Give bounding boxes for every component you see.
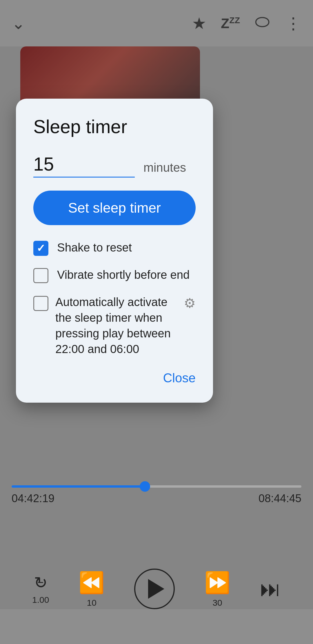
- set-sleep-timer-button[interactable]: Set sleep timer: [33, 191, 196, 225]
- rewind-icon: ⏪: [79, 570, 105, 595]
- minutes-input[interactable]: [33, 153, 135, 178]
- auto-activate-label: Automatically activate the sleep timer w…: [55, 294, 175, 357]
- playback-controls: ↻ 1.00 ⏪ 10 ⏩ 30 ⏭: [0, 569, 313, 609]
- next-track-button[interactable]: ⏭: [260, 577, 281, 601]
- vibrate-row: Vibrate shortly before end: [33, 267, 196, 283]
- repeat-icon: ↻: [34, 573, 48, 592]
- rewind-label: 10: [87, 598, 97, 608]
- progress-thumb: [140, 481, 150, 492]
- shake-to-reset-label: Shake to reset: [57, 240, 132, 255]
- time-row: 04:42:19 08:44:45: [12, 492, 301, 505]
- progress-area: 04:42:19 08:44:45: [0, 485, 313, 505]
- total-time: 08:44:45: [259, 492, 301, 505]
- shake-to-reset-checkbox[interactable]: ✓: [33, 241, 48, 256]
- minutes-input-row: minutes: [33, 153, 196, 178]
- progress-fill: [12, 485, 145, 488]
- close-button-row: Close: [33, 368, 196, 388]
- speed-label: 1.00: [32, 595, 49, 605]
- auto-activate-checkbox[interactable]: [33, 296, 48, 311]
- rewind-button[interactable]: ⏪ 10: [79, 570, 105, 608]
- settings-gear-icon[interactable]: ⚙: [184, 295, 196, 311]
- checkmark-icon: ✓: [37, 243, 45, 254]
- next-icon: ⏭: [260, 577, 281, 601]
- current-time: 04:42:19: [12, 492, 54, 505]
- vibrate-checkbox[interactable]: [33, 268, 48, 283]
- progress-track[interactable]: [12, 485, 301, 488]
- forward-label: 30: [212, 598, 222, 608]
- minutes-label: minutes: [143, 161, 186, 178]
- play-button[interactable]: [134, 569, 175, 609]
- forward-button[interactable]: ⏩ 30: [204, 570, 230, 608]
- sleep-timer-modal: Sleep timer minutes Set sleep timer ✓ Sh…: [16, 99, 213, 403]
- modal-title: Sleep timer: [33, 116, 196, 138]
- close-button[interactable]: Close: [163, 368, 196, 388]
- shake-to-reset-row: ✓ Shake to reset: [33, 240, 196, 256]
- speed-button[interactable]: ↻ 1.00: [32, 573, 49, 605]
- play-icon: [148, 579, 164, 599]
- forward-icon: ⏩: [204, 570, 230, 595]
- vibrate-label: Vibrate shortly before end: [57, 267, 190, 283]
- auto-activate-row: Automatically activate the sleep timer w…: [33, 294, 196, 357]
